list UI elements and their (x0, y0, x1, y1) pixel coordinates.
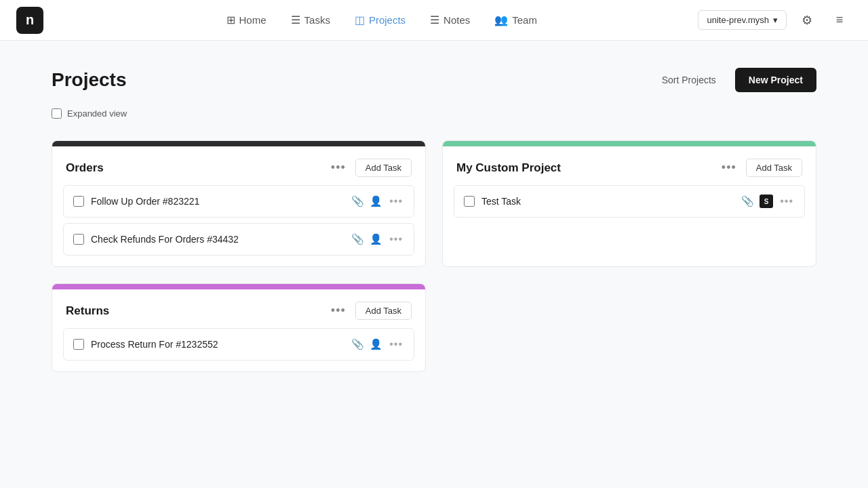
sort-projects-button[interactable]: Sort Projects (654, 69, 724, 91)
attachment-icon[interactable]: 📎 (351, 233, 364, 245)
table-row: Follow Up Order #823221 📎 👤 ••• (63, 185, 414, 218)
task-dots-button[interactable]: ••• (778, 194, 795, 209)
task-checkbox[interactable] (73, 339, 84, 350)
nav-notes-label: Notes (443, 14, 470, 26)
nav-right: unite-prev.mysh ▾ ⚙ ≡ (698, 8, 852, 33)
task-dots-button[interactable]: ••• (388, 194, 404, 209)
nav-team[interactable]: 👥 Team (484, 8, 548, 32)
table-row: Test Task 📎 S ••• (454, 185, 805, 218)
custom-bar (443, 141, 816, 146)
attachment-icon[interactable]: 📎 (741, 195, 754, 207)
custom-project-name: My Custom Project (456, 161, 561, 175)
page-header: Projects Sort Projects New Project (52, 68, 816, 92)
custom-actions: ••• Add Task (719, 159, 802, 177)
main-content: Projects Sort Projects New Project Expan… (0, 41, 868, 488)
nav-team-label: Team (512, 14, 537, 26)
nav-tasks-label: Tasks (304, 14, 330, 26)
task-name: Test Task (481, 196, 734, 207)
custom-add-task-button[interactable]: Add Task (746, 159, 802, 177)
project-card-custom: My Custom Project ••• Add Task Test Task… (442, 140, 816, 267)
header-right: Sort Projects New Project (654, 68, 816, 92)
notes-icon: ☰ (430, 14, 439, 26)
workspace-selector[interactable]: unite-prev.mysh ▾ (698, 10, 787, 30)
avatar-icon[interactable]: 👤 (370, 338, 382, 350)
projects-grid: Orders ••• Add Task Follow Up Order #823… (52, 140, 816, 372)
workspace-name: unite-prev.mysh (707, 15, 769, 25)
orders-header: Orders ••• Add Task (52, 146, 425, 185)
nav-projects-label: Projects (369, 14, 406, 26)
returns-tasks-list: Process Return For #1232552 📎 👤 ••• (52, 328, 425, 371)
home-icon: ⊞ (226, 14, 235, 26)
task-meta: 📎 👤 ••• (351, 194, 404, 209)
tasks-icon: ☰ (291, 14, 300, 26)
logo[interactable]: n (16, 7, 43, 34)
returns-bar (52, 284, 425, 289)
task-name: Check Refunds For Orders #34432 (91, 234, 344, 245)
orders-tasks-list: Follow Up Order #823221 📎 👤 ••• Check Re… (52, 185, 425, 266)
returns-add-task-button[interactable]: Add Task (355, 302, 412, 320)
returns-project-name: Returns (66, 304, 109, 318)
task-checkbox[interactable] (73, 196, 84, 207)
attachment-icon[interactable]: 📎 (351, 338, 364, 350)
expanded-view-label[interactable]: Expanded view (67, 108, 127, 119)
nav-projects[interactable]: ◫ Projects (344, 8, 416, 32)
returns-header: Returns ••• Add Task (52, 289, 425, 328)
avatar-icon[interactable]: 👤 (370, 233, 382, 245)
nav-home[interactable]: ⊞ Home (216, 8, 277, 32)
nav-links: ⊞ Home ☰ Tasks ◫ Projects ☰ Notes 👥 Team (65, 8, 698, 32)
task-meta: 📎 S ••• (741, 194, 795, 209)
team-icon: 👥 (494, 14, 508, 26)
orders-add-task-button[interactable]: Add Task (355, 159, 412, 177)
task-meta: 📎 👤 ••• (351, 337, 404, 352)
orders-actions: ••• Add Task (328, 159, 412, 177)
returns-actions: ••• Add Task (328, 302, 412, 320)
menu-button[interactable]: ≡ (827, 8, 852, 33)
returns-dots-button[interactable]: ••• (328, 302, 349, 319)
task-checkbox[interactable] (464, 196, 475, 207)
nav-home-label: Home (239, 14, 267, 26)
task-meta: 📎 👤 ••• (351, 232, 404, 247)
task-name: Process Return For #1232552 (91, 339, 344, 350)
task-dots-button[interactable]: ••• (388, 232, 404, 247)
gear-icon: ⚙ (802, 13, 812, 28)
nav-tasks[interactable]: ☰ Tasks (280, 8, 341, 32)
task-name: Follow Up Order #823221 (91, 196, 344, 207)
expanded-view-checkbox[interactable] (52, 108, 62, 119)
orders-bar (52, 141, 425, 146)
project-card-returns: Returns ••• Add Task Process Return For … (52, 283, 426, 372)
orders-project-name: Orders (66, 161, 104, 175)
settings-button[interactable]: ⚙ (795, 8, 819, 33)
table-row: Process Return For #1232552 📎 👤 ••• (63, 328, 414, 361)
attachment-icon[interactable]: 📎 (351, 195, 364, 207)
projects-icon: ◫ (355, 14, 365, 26)
table-row: Check Refunds For Orders #34432 📎 👤 ••• (63, 223, 414, 256)
custom-tasks-list: Test Task 📎 S ••• (443, 185, 816, 228)
shopify-icon[interactable]: S (760, 195, 773, 208)
navbar: n ⊞ Home ☰ Tasks ◫ Projects ☰ Notes 👥 Te… (0, 0, 868, 41)
task-dots-button[interactable]: ••• (388, 337, 404, 352)
expanded-view-row: Expanded view (52, 108, 816, 119)
nav-notes[interactable]: ☰ Notes (419, 8, 481, 32)
custom-dots-button[interactable]: ••• (719, 159, 739, 176)
new-project-button[interactable]: New Project (735, 68, 816, 92)
custom-header: My Custom Project ••• Add Task (443, 146, 816, 185)
hamburger-icon: ≡ (836, 13, 844, 27)
orders-dots-button[interactable]: ••• (328, 159, 349, 176)
project-card-orders: Orders ••• Add Task Follow Up Order #823… (52, 140, 426, 267)
task-checkbox[interactable] (73, 234, 84, 245)
avatar-icon[interactable]: 👤 (370, 195, 382, 207)
chevron-down-icon: ▾ (773, 15, 778, 25)
page-title: Projects (52, 69, 127, 91)
